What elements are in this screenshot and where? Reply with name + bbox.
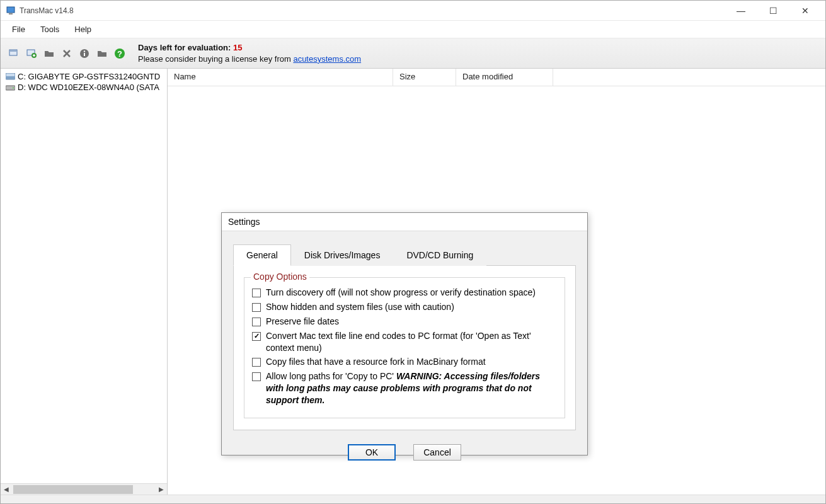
menu-help[interactable]: Help [67, 23, 99, 36]
checkbox-longpaths[interactable] [252, 372, 261, 381]
checkbox-convert[interactable] [252, 332, 261, 341]
svg-text:?: ? [117, 49, 122, 59]
drive-icon [6, 73, 15, 81]
ok-button[interactable]: OK [348, 444, 396, 461]
drive-list: C: GIGABYTE GP-GSTFS31240GNTD D: WDC WD1… [1, 69, 167, 483]
add-icon[interactable] [25, 47, 38, 60]
window-title: TransMac v14.8 [20, 6, 74, 15]
dialog-title: Settings [222, 213, 587, 231]
label-hidden[interactable]: Show hidden and system files (use with c… [266, 301, 454, 313]
main-area: C: GIGABYTE GP-GSTFS31240GNTD D: WDC WD1… [1, 69, 825, 495]
drive-item-c[interactable]: C: GIGABYTE GP-GSTFS31240GNTD [2, 71, 166, 82]
tab-drives[interactable]: Disk Drives/Images [291, 244, 394, 266]
drive-item-d[interactable]: D: WDC WD10EZEX-08WN4A0 (SATA [2, 82, 166, 93]
drive-label: D: WDC WD10EZEX-08WN4A0 (SATA [18, 83, 159, 92]
dialog-buttons: OK Cancel [233, 444, 576, 461]
drive-icon [6, 84, 15, 91]
settings-dialog: Settings General Disk Drives/Images DVD/… [221, 212, 588, 455]
fieldset-legend: Copy Options [251, 272, 309, 282]
tab-strip: General Disk Drives/Images DVD/CD Burnin… [233, 244, 576, 266]
help-icon[interactable]: ? [113, 47, 127, 60]
cancel-button[interactable]: Cancel [413, 444, 461, 461]
status-strip [1, 495, 825, 503]
svg-rect-11 [6, 76, 15, 79]
eval-days-count: 15 [233, 43, 242, 52]
drive-label: C: GIGABYTE GP-GSTFS31240GNTD [18, 72, 160, 81]
sidebar-hscroll[interactable]: ◀ ▶ [1, 483, 167, 495]
col-header-spacer [553, 69, 825, 86]
menu-tools[interactable]: Tools [33, 23, 67, 36]
scroll-left-icon[interactable]: ◀ [1, 484, 12, 495]
eval-link[interactable]: acutesystems.com [293, 54, 361, 64]
checkbox-discovery[interactable] [252, 289, 261, 297]
fieldset-copy-options: Copy Options Turn discovery off (will no… [244, 277, 565, 418]
menu-file[interactable]: File [4, 23, 33, 36]
checkbox-macbinary[interactable] [252, 358, 261, 367]
refresh-icon[interactable] [7, 47, 21, 60]
window-controls: — ☐ ✕ [730, 6, 820, 15]
label-longpaths[interactable]: Allow long paths for 'Copy to PC' WARNIN… [266, 370, 557, 406]
tab-general[interactable]: General [233, 244, 291, 266]
eval-hint: Please consider buying a license key fro… [138, 54, 293, 64]
minimize-button[interactable]: — [730, 6, 752, 15]
evaluation-notice: Days left for evaluation: 15 Please cons… [138, 42, 361, 64]
svg-rect-6 [84, 53, 85, 56]
svg-point-7 [84, 50, 85, 52]
checkbox-hidden[interactable] [252, 303, 261, 312]
scroll-thumb[interactable] [13, 485, 133, 494]
label-convert[interactable]: Convert Mac text file line end codes to … [266, 330, 557, 354]
folders-icon[interactable] [95, 47, 109, 60]
svg-point-13 [13, 87, 14, 88]
titlebar: TransMac v14.8 — ☐ ✕ [1, 1, 825, 21]
tab-body: Copy Options Turn discovery off (will no… [233, 266, 576, 430]
eval-days-label: Days left for evaluation: [138, 43, 231, 52]
label-macbinary[interactable]: Copy files that have a resource fork in … [266, 356, 486, 368]
menubar: File Tools Help [1, 21, 825, 38]
close-button[interactable]: ✕ [795, 6, 815, 15]
label-longpaths-text: Allow long paths for 'Copy to PC' [266, 371, 396, 381]
label-discovery[interactable]: Turn discovery off (will not show progre… [266, 287, 536, 299]
x-icon[interactable] [60, 47, 74, 60]
app-icon [6, 6, 16, 16]
sidebar: C: GIGABYTE GP-GSTFS31240GNTD D: WDC WD1… [1, 69, 168, 495]
label-preserve[interactable]: Preserve file dates [266, 316, 339, 328]
toolbar: ? Days left for evaluation: 15 Please co… [1, 38, 825, 69]
tab-burning[interactable]: DVD/CD Burning [393, 244, 486, 266]
col-header-date[interactable]: Date modified [456, 69, 553, 86]
col-header-name[interactable]: Name [168, 69, 393, 86]
svg-rect-1 [9, 13, 13, 14]
maximize-button[interactable]: ☐ [763, 6, 784, 15]
col-header-size[interactable]: Size [393, 69, 456, 86]
scroll-right-icon[interactable]: ▶ [156, 484, 167, 495]
svg-rect-2 [9, 50, 17, 55]
svg-rect-0 [7, 7, 14, 13]
checkbox-preserve[interactable] [252, 318, 261, 326]
info-icon[interactable] [77, 47, 91, 60]
column-headers: Name Size Date modified [168, 69, 825, 86]
folder-icon[interactable] [42, 47, 56, 60]
